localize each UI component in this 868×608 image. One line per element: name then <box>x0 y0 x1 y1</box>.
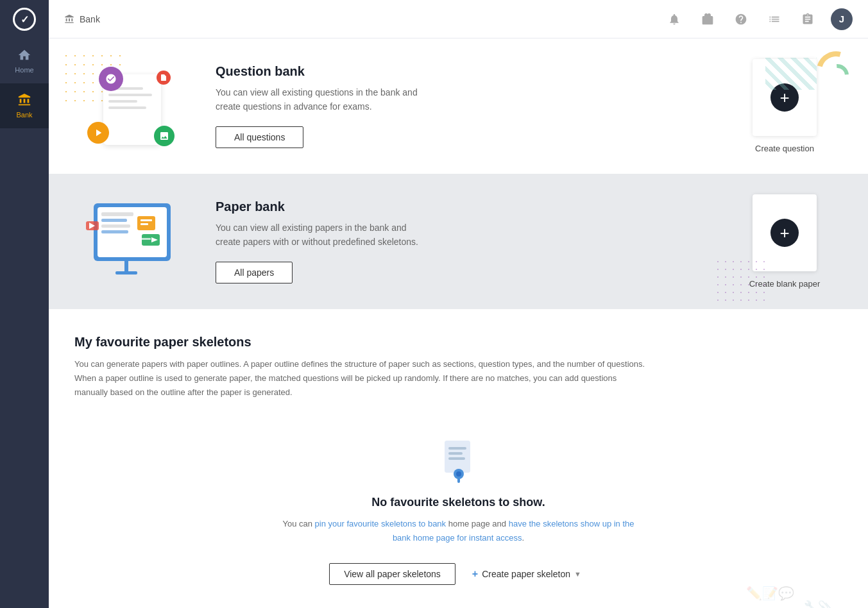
deco-svg: ✏️📝💬 ♥ ✦ ◆ 🔧📎 <box>740 572 868 608</box>
create-skeleton-label: Create paper skeleton <box>482 569 570 579</box>
sidebar-home-label: Home <box>15 66 33 74</box>
paper-bank-description: You can view all existing papers in the … <box>216 221 421 249</box>
breadcrumb: Bank <box>64 14 100 24</box>
bell-icon <box>668 13 681 26</box>
avatar[interactable]: J <box>831 8 853 30</box>
bank-breadcrumb-icon <box>64 14 74 24</box>
sidebar-item-bank[interactable]: Bank <box>0 83 49 128</box>
briefcase-icon <box>701 13 714 26</box>
svg-rect-13 <box>140 238 151 240</box>
pin-link[interactable]: pin your favourite skeletons to bank <box>315 519 447 528</box>
question-bank-text: Question bank You can view all existing … <box>190 64 740 149</box>
svg-rect-17 <box>445 441 470 473</box>
create-question-label: Create question <box>755 144 814 153</box>
clipboard-icon <box>801 13 814 26</box>
paper-bank-section: Paper bank You can view all existing pap… <box>49 174 868 309</box>
svg-rect-23 <box>457 478 460 483</box>
svg-rect-19 <box>448 452 463 455</box>
stripe-deco <box>765 58 817 90</box>
svg-rect-10 <box>140 223 148 225</box>
all-papers-button[interactable]: All papers <box>216 262 293 283</box>
create-skeleton-button[interactable]: + Create paper skeleton ▼ <box>466 563 588 585</box>
bottom-right-deco: ✏️📝💬 ♥ ✦ ◆ 🔧📎 <box>740 572 868 608</box>
purple-dots <box>714 258 765 303</box>
topbar-actions: J <box>664 8 853 30</box>
svg-rect-7 <box>115 271 137 274</box>
plus-icon: + <box>472 568 478 580</box>
svg-rect-20 <box>448 457 465 460</box>
monitor-svg <box>81 197 183 287</box>
svg-text:🔧📎: 🔧📎 <box>804 600 833 608</box>
help-icon <box>735 13 747 26</box>
orange-circle-icon <box>87 122 109 144</box>
breadcrumb-label: Bank <box>80 14 100 24</box>
briefcase-icon-btn[interactable] <box>697 9 718 30</box>
bell-icon-btn[interactable] <box>664 9 685 30</box>
paper-bank-illustration <box>74 197 190 287</box>
empty-icon-svg <box>439 438 478 483</box>
main-content: Bank <box>49 0 868 608</box>
svg-rect-9 <box>140 219 152 221</box>
green-circle-icon <box>154 126 174 146</box>
sidebar-bank-label: Bank <box>16 111 32 119</box>
skeletons-section: My favourite paper skeletons You can gen… <box>49 309 868 608</box>
skeleton-actions: View all paper skeletons + Create paper … <box>329 563 588 585</box>
purple-circle-icon <box>99 67 123 91</box>
question-bank-title: Question bank <box>216 64 714 79</box>
empty-state: No favourite skeletons to show. You can … <box>74 425 842 608</box>
view-all-skeletons-button[interactable]: View all paper skeletons <box>329 563 455 585</box>
empty-skeleton-icon <box>439 438 478 483</box>
dropdown-arrow: ▼ <box>574 570 581 578</box>
plus-circle-paper-icon: + <box>770 219 799 247</box>
paper-bank-text: Paper bank You can view all existing pap… <box>190 199 740 284</box>
skeletons-title: My favourite paper skeletons <box>74 335 842 350</box>
clipboard-icon-btn[interactable] <box>797 9 818 30</box>
sidebar-item-home[interactable]: Home <box>0 38 49 83</box>
home-icon <box>17 48 31 62</box>
logo-icon <box>13 8 36 31</box>
sidebar: Home Bank <box>0 0 49 608</box>
content-area: Question bank You can view all existing … <box>49 38 868 608</box>
svg-rect-6 <box>124 261 128 271</box>
all-questions-button[interactable]: All questions <box>216 126 303 148</box>
paper-bank-title: Paper bank <box>216 199 714 214</box>
red-badge-icon <box>157 71 171 85</box>
svg-rect-5 <box>101 230 128 233</box>
svg-text:✏️📝💬: ✏️📝💬 <box>746 586 794 601</box>
question-bank-illustration <box>74 62 190 151</box>
svg-rect-4 <box>101 224 130 228</box>
skeletons-description: You can generate papers with paper outli… <box>74 357 652 400</box>
topbar: Bank <box>49 0 868 38</box>
empty-description: You can pin your favourite skeletons to … <box>279 517 638 545</box>
svg-rect-3 <box>101 219 127 222</box>
question-bank-description: You can view all existing questions in t… <box>216 85 421 114</box>
svg-rect-18 <box>448 447 466 450</box>
logo <box>0 0 49 38</box>
svg-point-22 <box>456 471 461 477</box>
list-icon-btn[interactable] <box>764 9 785 30</box>
question-bank-section: Question bank You can view all existing … <box>49 38 868 174</box>
svg-rect-2 <box>101 212 133 216</box>
list-icon <box>768 13 781 26</box>
help-icon-btn[interactable] <box>731 9 751 30</box>
empty-title: No favourite skeletons to show. <box>371 496 545 509</box>
bank-icon <box>17 93 31 107</box>
